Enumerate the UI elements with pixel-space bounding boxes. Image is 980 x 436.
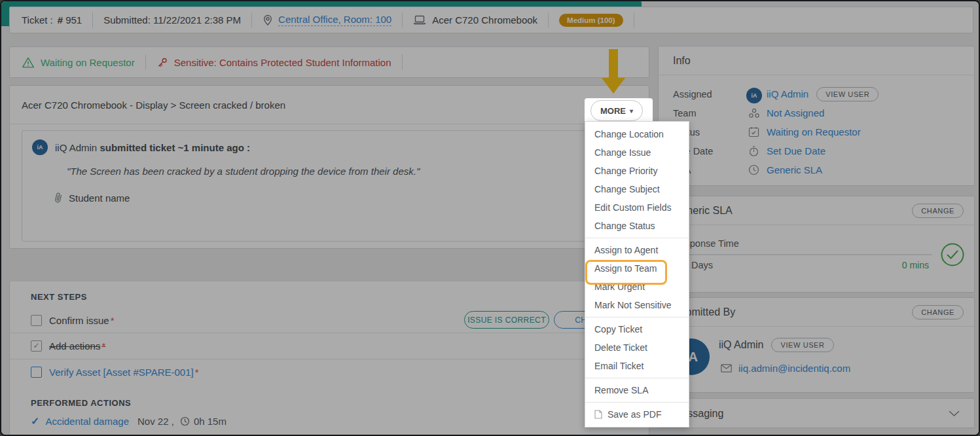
highlight-box-assign-to-team — [585, 260, 667, 285]
dim-overlay — [1, 1, 979, 435]
menu-item-change-subject[interactable]: Change Subject — [585, 180, 689, 198]
menu-item-edit-custom-fields[interactable]: Edit Custom Fields — [585, 198, 689, 217]
menu-item-mark-not-sensitive[interactable]: Mark Not Sensitive — [585, 296, 689, 314]
menu-item-label: Save as PDF — [608, 405, 661, 424]
menu-divider — [585, 238, 689, 238]
menu-divider — [585, 402, 689, 403]
menu-item-change-location[interactable]: Change Location — [585, 125, 689, 143]
menu-item-copy-ticket[interactable]: Copy Ticket — [585, 320, 689, 338]
menu-divider — [585, 317, 689, 318]
more-button-backdrop: MORE ▾ — [585, 98, 653, 122]
ticket-page: Ticket : # 951 Submitted: 11/22/2021 2:3… — [0, 0, 980, 436]
menu-item-assign-to-agent[interactable]: Assign to Agent — [585, 241, 689, 259]
caret-down-icon: ▾ — [630, 107, 633, 115]
menu-item-remove-sla[interactable]: Remove SLA — [585, 381, 689, 399]
menu-item-change-priority[interactable]: Change Priority — [585, 162, 689, 180]
pdf-file-icon — [594, 410, 602, 419]
menu-divider — [585, 378, 689, 378]
menu-item-change-status[interactable]: Change Status — [585, 217, 689, 235]
more-button-label: MORE — [600, 106, 626, 116]
menu-item-delete-ticket[interactable]: Delete Ticket — [585, 338, 689, 357]
tutorial-arrow-down — [602, 49, 625, 94]
menu-item-save-as-pdf[interactable]: Save as PDF — [585, 405, 689, 424]
menu-item-email-ticket[interactable]: Email Ticket — [585, 357, 689, 375]
more-button[interactable]: MORE ▾ — [590, 100, 643, 121]
menu-item-change-issue[interactable]: Change Issue — [585, 143, 689, 162]
